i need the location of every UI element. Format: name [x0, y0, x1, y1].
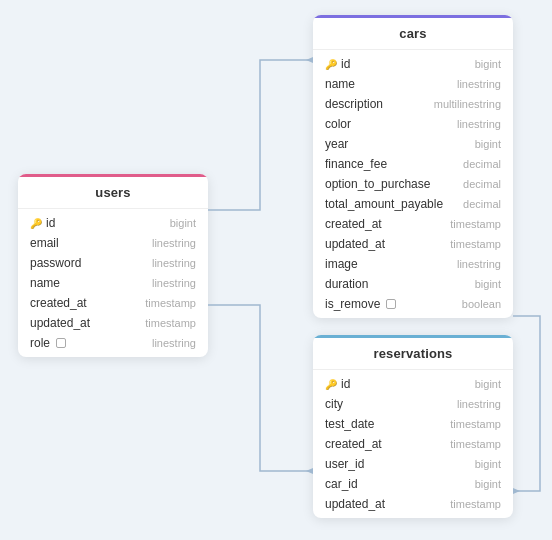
field-name: year: [325, 137, 348, 151]
field-name: color: [325, 117, 351, 131]
field-name: created_at: [325, 437, 382, 451]
field-name: car_id: [325, 477, 358, 491]
field-type: timestamp: [450, 238, 501, 250]
cars-table: cars 🔑 id bigint name linestring descrip…: [313, 15, 513, 318]
table-row: created_at timestamp: [313, 434, 513, 454]
table-row: role linestring: [18, 333, 208, 353]
reservations-table: reservations 🔑 id bigint city linestring…: [313, 335, 513, 518]
field-name: password: [30, 256, 81, 270]
users-table: users 🔑 id bigint email linestring passw…: [18, 174, 208, 357]
table-row: is_remove boolean: [313, 294, 513, 314]
field-type: linestring: [457, 78, 501, 90]
nullable-icon: [386, 299, 396, 309]
field-type: decimal: [463, 198, 501, 210]
field-name: name: [325, 77, 355, 91]
field-type: decimal: [463, 158, 501, 170]
users-table-body: 🔑 id bigint email linestring password li…: [18, 209, 208, 357]
table-row: finance_fee decimal: [313, 154, 513, 174]
table-row: description multilinestring: [313, 94, 513, 114]
field-name: user_id: [325, 457, 364, 471]
field-type: timestamp: [145, 297, 196, 309]
field-type: linestring: [152, 277, 196, 289]
users-cars-line: [208, 60, 313, 210]
field-name: is_remove: [325, 297, 396, 311]
field-type: linestring: [457, 398, 501, 410]
field-type: linestring: [152, 337, 196, 349]
field-name: email: [30, 236, 59, 250]
field-type: linestring: [152, 257, 196, 269]
field-name: 🔑 id: [30, 216, 55, 230]
field-name: role: [30, 336, 66, 350]
field-type: bigint: [475, 58, 501, 70]
table-row: city linestring: [313, 394, 513, 414]
field-type: timestamp: [450, 498, 501, 510]
table-row: 🔑 id bigint: [313, 54, 513, 74]
cars-reservations-car-id-line: [513, 316, 540, 491]
field-type: linestring: [457, 118, 501, 130]
table-row: updated_at timestamp: [313, 234, 513, 254]
table-row: duration bigint: [313, 274, 513, 294]
pk-icon: 🔑: [30, 218, 42, 229]
table-row: user_id bigint: [313, 454, 513, 474]
table-row: image linestring: [313, 254, 513, 274]
table-row: email linestring: [18, 233, 208, 253]
field-name: city: [325, 397, 343, 411]
field-type: bigint: [475, 138, 501, 150]
field-name: 🔑 id: [325, 377, 350, 391]
field-name: created_at: [30, 296, 87, 310]
pk-icon: 🔑: [325, 379, 337, 390]
table-row: car_id bigint: [313, 474, 513, 494]
users-reservations-user-id-line: [208, 305, 313, 471]
table-row: option_to_purchase decimal: [313, 174, 513, 194]
table-row: year bigint: [313, 134, 513, 154]
field-type: decimal: [463, 178, 501, 190]
field-type: bigint: [170, 217, 196, 229]
field-type: bigint: [475, 458, 501, 470]
table-row: test_date timestamp: [313, 414, 513, 434]
table-row: created_at timestamp: [18, 293, 208, 313]
table-row: created_at timestamp: [313, 214, 513, 234]
arrow-head: [306, 468, 313, 474]
reservations-table-body: 🔑 id bigint city linestring test_date ti…: [313, 370, 513, 518]
arrow-head-2: [513, 488, 520, 494]
table-row: 🔑 id bigint: [313, 374, 513, 394]
field-name: total_amount_payable: [325, 197, 443, 211]
table-row: updated_at timestamp: [18, 313, 208, 333]
field-name: duration: [325, 277, 368, 291]
arrow-head-3: [306, 57, 313, 63]
field-name: updated_at: [30, 316, 90, 330]
field-type: timestamp: [145, 317, 196, 329]
cars-table-header: cars: [313, 15, 513, 50]
pk-icon: 🔑: [325, 59, 337, 70]
field-name: updated_at: [325, 497, 385, 511]
field-type: bigint: [475, 478, 501, 490]
field-type: timestamp: [450, 418, 501, 430]
field-type: boolean: [462, 298, 501, 310]
field-name: image: [325, 257, 358, 271]
field-type: timestamp: [450, 438, 501, 450]
table-row: total_amount_payable decimal: [313, 194, 513, 214]
field-type: multilinestring: [434, 98, 501, 110]
field-name: created_at: [325, 217, 382, 231]
users-table-header: users: [18, 174, 208, 209]
table-row: color linestring: [313, 114, 513, 134]
table-row: name linestring: [313, 74, 513, 94]
reservations-table-header: reservations: [313, 335, 513, 370]
field-type: linestring: [457, 258, 501, 270]
field-type: bigint: [475, 378, 501, 390]
table-row: updated_at timestamp: [313, 494, 513, 514]
field-name: 🔑 id: [325, 57, 350, 71]
table-row: password linestring: [18, 253, 208, 273]
field-name: option_to_purchase: [325, 177, 430, 191]
nullable-icon: [56, 338, 66, 348]
field-name: description: [325, 97, 383, 111]
field-name: name: [30, 276, 60, 290]
field-name: test_date: [325, 417, 374, 431]
table-row: name linestring: [18, 273, 208, 293]
table-row: 🔑 id bigint: [18, 213, 208, 233]
cars-table-body: 🔑 id bigint name linestring description …: [313, 50, 513, 318]
field-name: updated_at: [325, 237, 385, 251]
field-type: bigint: [475, 278, 501, 290]
field-type: timestamp: [450, 218, 501, 230]
field-name: finance_fee: [325, 157, 387, 171]
